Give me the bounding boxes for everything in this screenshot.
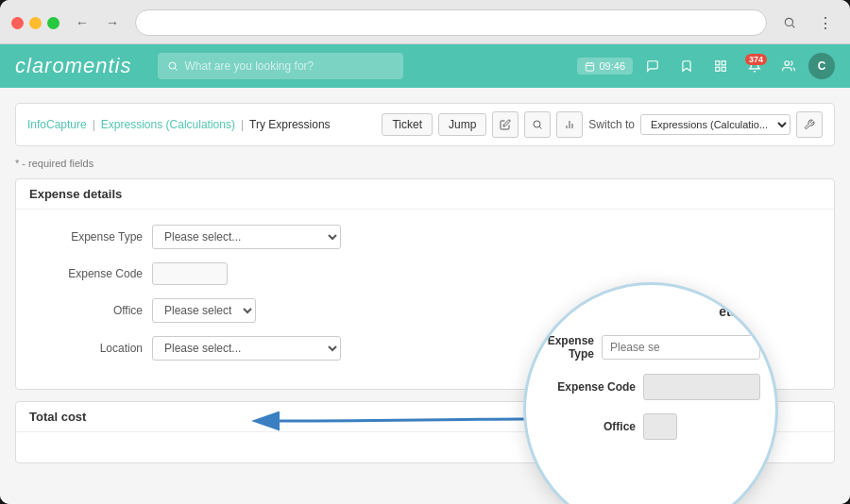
expense-code-control — [152, 262, 341, 285]
traffic-lights — [11, 17, 60, 29]
browser-search-button[interactable] — [776, 9, 803, 36]
expense-code-label: Expense Code — [29, 267, 143, 280]
office-label: Office — [29, 304, 143, 317]
jump-button[interactable]: Jump — [438, 113, 486, 136]
nav-icons: 09:46 — [577, 52, 835, 80]
expense-details-section: Expense details Expense Type Please sele… — [15, 178, 835, 390]
search-icon-button[interactable] — [524, 111, 551, 138]
forward-button[interactable]: → — [99, 9, 126, 36]
section-body: Expense Type Please select... Expense Co… — [16, 210, 834, 389]
grid-button[interactable] — [706, 52, 735, 80]
svg-rect-10 — [716, 67, 720, 71]
expense-type-row: Expense Type Please select... — [29, 225, 821, 249]
breadcrumb: InfoCapture | Expressions (Calculations)… — [27, 118, 331, 131]
nav-search-area — [158, 53, 551, 79]
svg-point-12 — [785, 61, 790, 66]
user-avatar[interactable]: C — [808, 53, 835, 79]
switch-label: Switch to — [588, 118, 635, 131]
minimize-button[interactable] — [29, 17, 42, 29]
browser-more-button[interactable]: ⋮ — [812, 9, 839, 36]
location-label: Location — [29, 342, 143, 355]
svg-rect-8 — [716, 61, 720, 65]
search-icon — [167, 60, 178, 72]
edit-icon-button[interactable] — [492, 111, 518, 138]
section-title: Expense details — [16, 179, 834, 210]
switch-group: Switch to Expressions (Calculatio... — [588, 114, 790, 135]
location-control: Please select... — [152, 336, 341, 361]
ticket-button[interactable]: Ticket — [382, 113, 433, 136]
current-time: 09:46 — [599, 60, 625, 72]
total-section-body — [16, 432, 834, 462]
breadcrumb-expressions[interactable]: Expressions (Calculations) — [101, 118, 235, 131]
svg-line-14 — [540, 126, 542, 128]
users-button[interactable] — [774, 52, 803, 80]
content-area: InfoCapture | Expressions (Calculations)… — [0, 88, 850, 504]
svg-point-2 — [169, 62, 176, 69]
global-search-input[interactable] — [184, 59, 354, 73]
calendar-icon — [585, 61, 595, 72]
svg-rect-11 — [722, 67, 725, 71]
messages-button[interactable] — [638, 52, 667, 80]
notifications-button[interactable]: 374 — [740, 52, 769, 80]
wrench-icon-button[interactable] — [796, 111, 823, 138]
expense-type-control: Please select... — [152, 225, 341, 249]
toolbar-buttons: Ticket Jump — [382, 111, 823, 138]
time-display: 09:46 — [577, 58, 633, 75]
close-button[interactable] — [11, 17, 24, 29]
svg-line-1 — [792, 25, 795, 28]
maximize-button[interactable] — [47, 17, 60, 29]
breadcrumb-infocapture[interactable]: InfoCapture — [27, 118, 87, 131]
expense-code-row: Expense Code — [29, 262, 821, 285]
browser-titlebar: ← → ⋮ — [0, 0, 850, 44]
switch-select[interactable]: Expressions (Calculatio... — [640, 114, 790, 135]
top-nav: claromentis 09:46 — [0, 44, 850, 88]
svg-point-13 — [534, 121, 540, 127]
location-row: Location Please select... — [29, 336, 821, 361]
content-wrapper: InfoCapture | Expressions (Calculations)… — [15, 103, 835, 463]
back-button[interactable]: ← — [69, 9, 95, 36]
app-container: claromentis 09:46 — [0, 44, 850, 504]
app-logo: claromentis — [15, 54, 131, 78]
breadcrumb-current: Try Expressions — [249, 118, 331, 131]
total-cost-section: Total cost — [15, 401, 835, 463]
office-control: Please select... — [152, 298, 341, 323]
nav-buttons: ← → — [69, 9, 126, 36]
svg-point-0 — [785, 18, 792, 25]
expense-type-label: Expense Type — [29, 230, 143, 244]
svg-line-3 — [176, 68, 178, 70]
expense-code-input[interactable] — [152, 262, 228, 285]
location-select[interactable]: Please select... — [152, 336, 341, 361]
bookmark-button[interactable] — [672, 52, 701, 80]
office-row: Office Please select... — [29, 298, 821, 323]
total-section-title: Total cost — [16, 402, 834, 432]
office-select[interactable]: Please select... — [152, 298, 256, 323]
chart-icon-button[interactable] — [556, 111, 583, 138]
required-note: * - required fields — [15, 158, 835, 169]
svg-rect-4 — [586, 62, 594, 70]
svg-rect-9 — [722, 61, 725, 65]
toolbar-row: InfoCapture | Expressions (Calculations)… — [15, 103, 835, 146]
notification-badge: 374 — [745, 54, 767, 65]
expense-type-select[interactable]: Please select... — [152, 225, 341, 249]
address-bar[interactable] — [135, 9, 767, 36]
